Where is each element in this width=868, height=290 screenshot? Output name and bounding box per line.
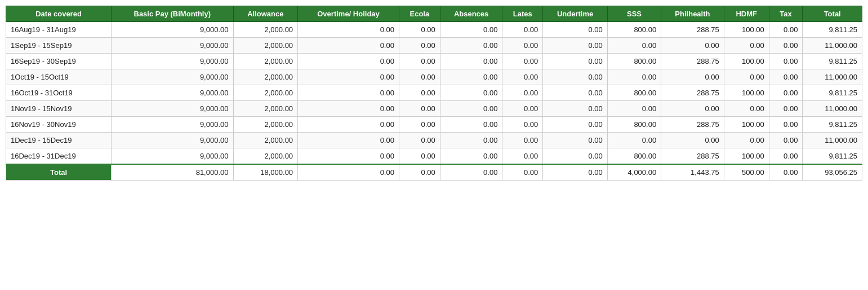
cell-overtime: 0.00 — [298, 133, 399, 148]
cell-undertime: 0.00 — [543, 148, 608, 165]
col-header-tax: Tax — [769, 6, 803, 22]
cell-hdmf: 0.00 — [724, 133, 769, 148]
cell-tax: 0.00 — [769, 117, 803, 133]
cell-ecola: 0.00 — [399, 54, 440, 69]
cell-ecola: 0.00 — [399, 22, 440, 38]
total-cell-overtime: 0.00 — [298, 164, 399, 181]
cell-date: 1Dec19 - 15Dec19 — [6, 133, 112, 148]
total-cell-label: Total — [6, 164, 112, 181]
col-header-lates: Lates — [502, 6, 543, 22]
cell-sss: 800.00 — [607, 54, 661, 69]
col-header-total: Total — [803, 6, 862, 22]
cell-hdmf: 0.00 — [724, 38, 769, 54]
col-header-sss: SSS — [607, 6, 661, 22]
cell-absences: 0.00 — [440, 54, 502, 69]
cell-hdmf: 100.00 — [724, 117, 769, 133]
cell-overtime: 0.00 — [298, 117, 399, 133]
cell-tax: 0.00 — [769, 69, 803, 85]
cell-undertime: 0.00 — [543, 101, 608, 117]
cell-overtime: 0.00 — [298, 54, 399, 69]
cell-allowance: 2,000.00 — [233, 117, 298, 133]
table-row: 16Aug19 - 31Aug199,000.002,000.000.000.0… — [6, 22, 862, 38]
cell-hdmf: 100.00 — [724, 148, 769, 165]
cell-date: 16Aug19 - 31Aug19 — [6, 22, 112, 38]
cell-total: 9,811.25 — [803, 117, 862, 133]
table-row: 16Sep19 - 30Sep199,000.002,000.000.000.0… — [6, 54, 862, 69]
table-row: 16Oct19 - 31Oct199,000.002,000.000.000.0… — [6, 85, 862, 101]
cell-basic_pay: 9,000.00 — [112, 69, 233, 85]
cell-ecola: 0.00 — [399, 101, 440, 117]
cell-undertime: 0.00 — [543, 22, 608, 38]
cell-undertime: 0.00 — [543, 85, 608, 101]
cell-sss: 0.00 — [607, 133, 661, 148]
col-header-philhealth: Philhealth — [661, 6, 724, 22]
cell-tax: 0.00 — [769, 101, 803, 117]
cell-lates: 0.00 — [502, 85, 543, 101]
col-header-ecola: Ecola — [399, 6, 440, 22]
cell-date: 16Nov19 - 30Nov19 — [6, 117, 112, 133]
cell-philhealth: 0.00 — [661, 133, 724, 148]
cell-total: 9,811.25 — [803, 54, 862, 69]
table-row: 16Dec19 - 31Dec199,000.002,000.000.000.0… — [6, 148, 862, 165]
cell-overtime: 0.00 — [298, 85, 399, 101]
cell-ecola: 0.00 — [399, 148, 440, 165]
cell-undertime: 0.00 — [543, 133, 608, 148]
cell-lates: 0.00 — [502, 54, 543, 69]
total-cell-philhealth: 1,443.75 — [661, 164, 724, 181]
total-cell-absences: 0.00 — [440, 164, 502, 181]
cell-sss: 800.00 — [607, 148, 661, 165]
cell-total: 9,811.25 — [803, 22, 862, 38]
total-cell-lates: 0.00 — [502, 164, 543, 181]
cell-absences: 0.00 — [440, 133, 502, 148]
cell-lates: 0.00 — [502, 117, 543, 133]
cell-tax: 0.00 — [769, 38, 803, 54]
col-header-absences: Absences — [440, 6, 502, 22]
cell-sss: 800.00 — [607, 85, 661, 101]
cell-hdmf: 100.00 — [724, 54, 769, 69]
cell-absences: 0.00 — [440, 101, 502, 117]
cell-allowance: 2,000.00 — [233, 85, 298, 101]
total-cell-basic_pay: 81,000.00 — [112, 164, 233, 181]
cell-total: 9,811.25 — [803, 148, 862, 165]
cell-philhealth: 0.00 — [661, 38, 724, 54]
col-header-overtime: Overtime/ Holiday — [298, 6, 399, 22]
cell-undertime: 0.00 — [543, 38, 608, 54]
cell-lates: 0.00 — [502, 101, 543, 117]
cell-date: 1Oct19 - 15Oct19 — [6, 69, 112, 85]
cell-absences: 0.00 — [440, 117, 502, 133]
cell-tax: 0.00 — [769, 22, 803, 38]
total-cell-ecola: 0.00 — [399, 164, 440, 181]
cell-tax: 0.00 — [769, 148, 803, 165]
cell-basic_pay: 9,000.00 — [112, 133, 233, 148]
cell-total: 11,000.00 — [803, 38, 862, 54]
cell-lates: 0.00 — [502, 148, 543, 165]
cell-overtime: 0.00 — [298, 148, 399, 165]
cell-overtime: 0.00 — [298, 101, 399, 117]
total-cell-hdmf: 500.00 — [724, 164, 769, 181]
cell-hdmf: 0.00 — [724, 69, 769, 85]
cell-basic_pay: 9,000.00 — [112, 101, 233, 117]
cell-lates: 0.00 — [502, 133, 543, 148]
cell-tax: 0.00 — [769, 54, 803, 69]
cell-basic_pay: 9,000.00 — [112, 148, 233, 165]
col-header-date: Date covered — [6, 6, 112, 22]
cell-total: 9,811.25 — [803, 85, 862, 101]
cell-philhealth: 288.75 — [661, 148, 724, 165]
cell-lates: 0.00 — [502, 22, 543, 38]
total-cell-total: 93,056.25 — [803, 164, 862, 181]
cell-sss: 0.00 — [607, 38, 661, 54]
cell-philhealth: 288.75 — [661, 54, 724, 69]
payroll-table: Date covered Basic Pay (BiMonthly) Allow… — [6, 6, 862, 181]
cell-hdmf: 100.00 — [724, 22, 769, 38]
cell-allowance: 2,000.00 — [233, 54, 298, 69]
cell-philhealth: 288.75 — [661, 85, 724, 101]
cell-tax: 0.00 — [769, 133, 803, 148]
cell-absences: 0.00 — [440, 69, 502, 85]
cell-sss: 0.00 — [607, 101, 661, 117]
cell-lates: 0.00 — [502, 69, 543, 85]
cell-overtime: 0.00 — [298, 69, 399, 85]
col-header-basic-pay: Basic Pay (BiMonthly) — [112, 6, 233, 22]
cell-allowance: 2,000.00 — [233, 38, 298, 54]
total-cell-sss: 4,000.00 — [607, 164, 661, 181]
cell-philhealth: 288.75 — [661, 117, 724, 133]
